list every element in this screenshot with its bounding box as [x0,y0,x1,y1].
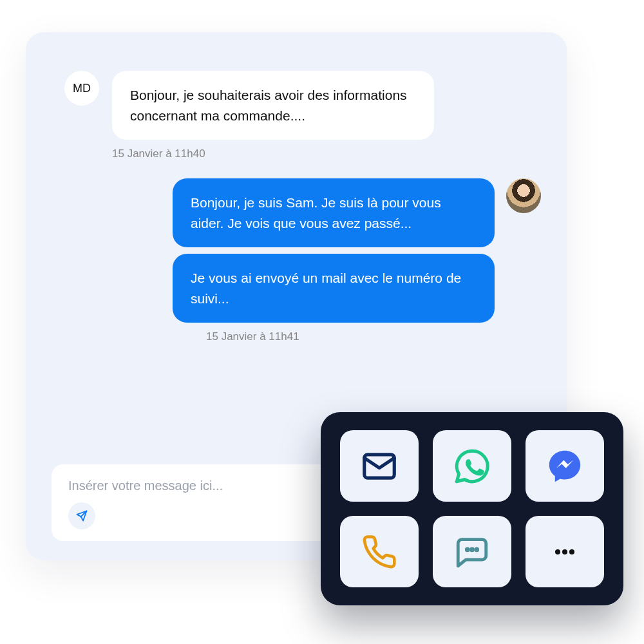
customer-message-bubble: Bonjour, je souhaiterais avoir des infor… [112,71,434,140]
svg-point-8 [569,549,574,554]
customer-message-row: MD Bonjour, je souhaiterais avoir des in… [64,71,541,140]
agent-message-group: Bonjour, je suis Sam. Je suis là pour vo… [64,178,541,323]
send-button[interactable] [68,502,95,529]
channel-messenger[interactable] [526,430,604,502]
email-icon [359,446,399,486]
svg-point-7 [562,549,567,554]
svg-point-4 [471,548,473,550]
channel-panel [321,412,623,605]
customer-timestamp: 15 Janvier à 11h40 [112,147,541,160]
more-icon [551,538,579,566]
svg-point-5 [476,548,478,550]
channel-whatsapp[interactable] [433,430,511,502]
sms-icon [453,533,491,571]
svg-point-6 [555,549,560,554]
customer-avatar: MD [64,71,99,106]
phone-icon [361,534,397,570]
messenger-icon [546,448,583,485]
channel-more[interactable] [526,516,604,587]
whatsapp-icon [453,447,491,486]
channel-email[interactable] [340,430,419,502]
agent-avatar [506,178,541,213]
agent-message-bubble: Je vous ai envoyé un mail avec le numéro… [173,254,495,323]
send-icon [75,509,88,522]
agent-message-bubble: Bonjour, je suis Sam. Je suis là pour vo… [173,178,495,247]
svg-point-3 [466,548,468,550]
agent-timestamp: 15 Janvier à 11h41 [206,330,541,343]
channel-phone[interactable] [340,516,419,587]
channel-sms[interactable] [433,516,511,587]
